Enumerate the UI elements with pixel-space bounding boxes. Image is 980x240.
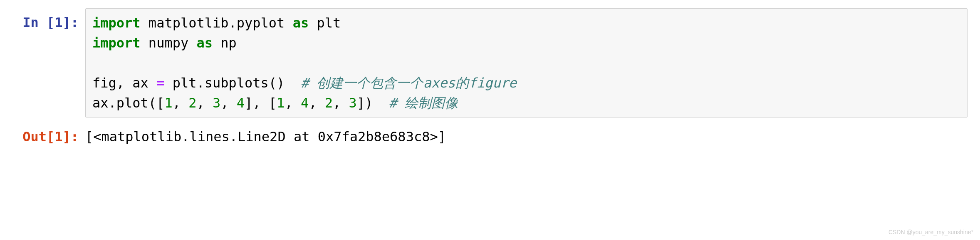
number-literal: 3 (349, 95, 357, 111)
input-content: import matplotlib.pyplot as plt import n… (85, 8, 968, 118)
code-box[interactable]: import matplotlib.pyplot as plt import n… (85, 8, 968, 118)
code-text: , (285, 95, 301, 111)
number-literal: 4 (301, 95, 309, 111)
input-prompt: In [1]: (12, 8, 85, 32)
code-text: , (220, 95, 237, 111)
keyword-import: import (92, 15, 141, 31)
number-literal: 1 (277, 95, 285, 111)
number-literal: 3 (213, 95, 220, 111)
code-comment: # 绘制图像 (389, 95, 458, 111)
number-literal: 4 (237, 95, 245, 111)
keyword-as: as (293, 15, 309, 31)
code-text: , (309, 95, 325, 111)
code-text: , (333, 95, 349, 111)
input-cell: In [1]: import matplotlib.pyplot as plt … (12, 8, 968, 118)
code-text: , (173, 95, 189, 111)
code-text: ax.plot([ (92, 95, 164, 111)
keyword-as: as (196, 35, 213, 51)
code-text: ]) (357, 95, 389, 111)
output-prompt: Out[1]: (12, 122, 85, 147)
code-text: numpy (141, 35, 197, 51)
code-comment: # 创建一个包含一个axes的figure (301, 75, 517, 91)
code-text: plt.subplots() (164, 75, 301, 91)
number-literal: 2 (325, 95, 333, 111)
output-content: [<matplotlib.lines.Line2D at 0x7fa2b8e68… (85, 122, 968, 147)
operator-equals: = (156, 75, 164, 91)
code-text: matplotlib.pyplot (141, 15, 293, 31)
output-text: [<matplotlib.lines.Line2D at 0x7fa2b8e68… (85, 122, 968, 147)
number-literal: 1 (164, 95, 172, 111)
code-text: , (196, 95, 213, 111)
code-text: ], [ (245, 95, 277, 111)
output-cell: Out[1]: [<matplotlib.lines.Line2D at 0x7… (12, 122, 968, 147)
keyword-import: import (92, 35, 141, 51)
code-source[interactable]: import matplotlib.pyplot as plt import n… (92, 13, 960, 113)
code-text: plt (309, 15, 341, 31)
number-literal: 2 (188, 95, 196, 111)
